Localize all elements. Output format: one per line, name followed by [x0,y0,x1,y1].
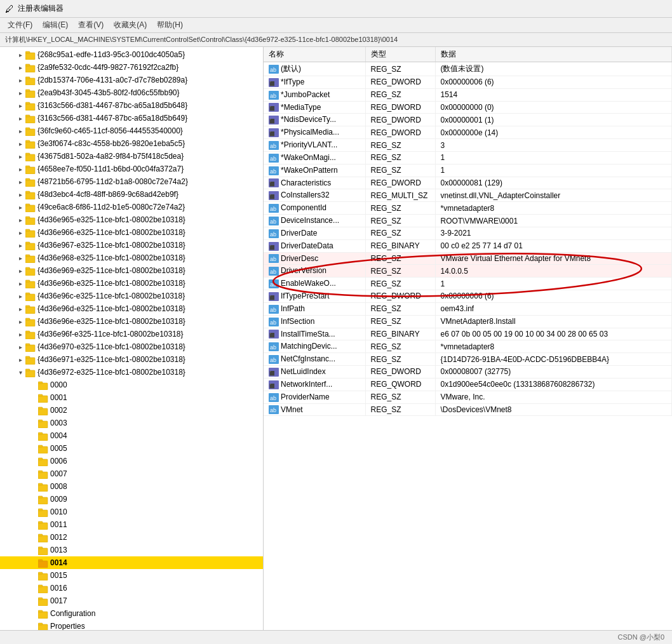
tree-item-label: {3163c566-d381-4467-87bc-a65a18d5b648} [37,101,187,110]
table-row[interactable]: ⬛ *PhysicalMedia...REG_DWORD0x0000000e (… [264,126,672,139]
table-row[interactable]: ab *PriorityVLANT...REG_SZ3 [264,139,672,152]
table-row[interactable]: ⬛ *MediaTypeREG_DWORD0x00000000 (0) [264,101,672,114]
tree-arrow: ▸ [15,305,25,312]
reg-entry-data: *vmnetadapter8 [435,340,672,353]
table-row[interactable]: ab ComponentIdREG_SZ*vmnetadapter8 [264,202,672,215]
tree-item-item21[interactable]: ▸ {4d36e96d-e325-11ce-bfc1-08002be10318} [0,302,263,315]
tree-item-item16[interactable]: ▸ {4d36e967-e325-11ce-bfc1-08002be10318} [0,239,263,252]
reg-entry-name: ab DeviceInstance... [264,215,365,227]
table-row[interactable]: ⬛ IfTypePreStartREG_DWORD0x00000006 (6) [264,290,672,303]
tree-item-item_0011[interactable]: 0011 [0,518,263,531]
tree-panel[interactable]: ▸ {268c95a1-edfe-11d3-95c3-0010dc4050a5}… [0,47,264,644]
tree-item-label: {4d36e966-e325-11ce-bfc1-08002be10318} [37,228,185,237]
folder-icon [25,215,36,225]
table-row[interactable]: ab *WakeOnPatternREG_SZ1 [264,164,672,177]
tree-item-item_Configuration[interactable]: Configuration [0,607,263,620]
tree-item-item_0010[interactable]: 0010 [0,506,263,518]
tree-item-item18[interactable]: ▸ {4d36e969-e325-11ce-bfc1-08002be10318} [0,264,263,277]
tree-item-item_0013[interactable]: 0013 [0,544,263,556]
table-row[interactable]: ⬛ NetLuidIndexREG_DWORD0x00008007 (32775… [264,366,672,379]
tree-item-item_0000[interactable]: 0000 [0,379,263,391]
svg-rect-87 [38,598,43,600]
tree-item-item8[interactable]: ▸ {3e3f0674-c83c-4558-bb26-9820e1eba5c5} [0,137,263,150]
table-row[interactable]: ab DriverDateREG_SZ3-9-2021 [264,227,672,239]
tree-item-item_0008[interactable]: 0008 [0,480,263,493]
table-row[interactable]: ab *WakeOnMagi...REG_SZ1 [264,151,672,164]
reg-entry-type: REG_SZ [365,403,435,416]
table-row[interactable]: ab DeviceInstance...REG_SZROOT\VMWARE\00… [264,215,672,227]
tree-item-label: {4d36e968-e325-11ce-bfc1-08002be10318} [37,253,185,262]
reg-entry-data: 1514 [435,88,672,101]
table-row[interactable]: ⬛ CoInstallers32REG_MULTI_SZvnetinst.dll… [264,189,672,202]
tree-arrow: ▸ [15,166,25,173]
tree-item-item7[interactable]: ▸ {36fc9e60-c465-11cf-8056-444553540000} [0,124,263,137]
tree-item-item4[interactable]: ▸ {2ea9b43f-3045-43b5-80f2-fd06c55fbb90} [0,86,263,99]
tree-item-item11[interactable]: ▸ {48721b56-6795-11d2-b1a8-0080c72e74a2} [0,175,263,188]
table-row[interactable]: ab InfPathREG_SZoem43.inf [264,302,672,315]
reg-entry-type: REG_SZ [365,62,435,76]
reg-entry-type: REG_SZ [365,164,435,177]
tree-item-item_0017[interactable]: 0017 [0,594,263,607]
tree-item-item14[interactable]: ▸ {4d36e965-e325-11ce-bfc1-08002be10318} [0,213,263,226]
svg-rect-82 [38,574,48,580]
tree-item-item24[interactable]: ▸ {4d36e970-e325-11ce-bfc1-08002be10318} [0,340,263,353]
tree-item-item17[interactable]: ▸ {4d36e968-e325-11ce-bfc1-08002be10318} [0,252,263,264]
reg-name-text: *PhysicalMedia... [281,128,339,137]
tree-item-item_0012[interactable]: 0012 [0,531,263,544]
tree-item-item3[interactable]: ▸ {2db15374-706e-4131-a0c7-d7c78eb0289a} [0,74,263,86]
table-row[interactable]: ab NetCfgInstanc...REG_SZ{1D14D726-91BA-… [264,353,672,366]
table-row[interactable]: ab DriverDescREG_SZVMware Virtual Ethern… [264,252,672,265]
tree-item-item1[interactable]: ▸ {268c95a1-edfe-11d3-95c3-0010dc4050a5} [0,48,263,61]
table-row[interactable]: ⬛ *NdisDeviceTy...REG_DWORD0x00000001 (1… [264,114,672,126]
table-row[interactable]: ab InfSectionREG_SZVMnetAdapter8.Install [264,315,672,328]
tree-item-item13[interactable]: ▸ {49ce6ac8-6f86-11d2-b1e5-0080c72e74a2} [0,201,263,213]
menu-file[interactable]: 文件(F) [3,18,37,32]
table-row[interactable]: ⬛ DriverDateDataREG_BINARY00 c0 e2 25 77… [264,239,672,252]
tree-item-item19[interactable]: ▸ {4d36e96b-e325-11ce-bfc1-08002be10318} [0,277,263,290]
menu-view[interactable]: 查看(V) [73,18,109,32]
tree-item-item_0007[interactable]: 0007 [0,467,263,480]
tree-item-item_0014[interactable]: 0014 [0,556,263,569]
table-row[interactable]: ⬛ NetworkInterf...REG_QWORD0x1d900ee54c0… [264,378,672,391]
tree-item-item12[interactable]: ▸ {48d3ebc4-4cf8-48ff-b869-9c68ad42eb9f} [0,188,263,201]
tree-item-item20[interactable]: ▸ {4d36e96c-e325-11ce-bfc1-08002be10318} [0,290,263,302]
tree-item-item_0005[interactable]: 0005 [0,442,263,455]
reg-entry-name: ab ProviderName [264,391,365,403]
table-row[interactable]: ab ProviderNameREG_SZVMware, Inc. [264,391,672,403]
tree-item-item_0001[interactable]: 0001 [0,391,263,404]
tree-item-item2[interactable]: ▸ {2a9fe532-0cdc-44f9-9827-76192f2ca2fb} [0,61,263,74]
tree-item-item_0002[interactable]: 0002 [0,404,263,417]
menu-edit[interactable]: 编辑(E) [37,18,73,32]
reg-entry-data: *vmnetadapter8 [435,202,672,215]
tree-item-item23[interactable]: ▸ {4d36e96f-e325-11ce-bfc1-08002be10318} [0,328,263,340]
tree-item-item_0003[interactable]: 0003 [0,417,263,429]
table-row[interactable]: ab VMnetREG_SZ\DosDevices\VMnet8 [264,403,672,416]
tree-item-item26[interactable]: ▾ {4d36e972-e325-11ce-bfc1-08002be10318} [0,366,263,379]
table-row[interactable]: ab DriverVersionREG_SZ14.0.0.5 [264,265,672,278]
reg-entry-type: REG_DWORD [365,76,435,89]
tree-item-item6[interactable]: ▸ {3163c566-d381-4467-87bc-a65a18d5b649} [0,112,263,124]
tree-item-item15[interactable]: ▸ {4d36e966-e325-11ce-bfc1-08002be10318} [0,226,263,239]
reg-entry-data: e6 07 0b 00 05 00 19 00 10 00 34 00 28 0… [435,328,672,340]
table-row[interactable]: ab MatchingDevic...REG_SZ*vmnetadapter8 [264,340,672,353]
tree-item-item_0004[interactable]: 0004 [0,429,263,442]
tree-item-item_0009[interactable]: 0009 [0,493,263,506]
tree-item-item_0006[interactable]: 0006 [0,455,263,467]
table-row[interactable]: ab EnableWakeO...REG_SZ1 [264,278,672,290]
tree-item-item10[interactable]: ▸ {4658ee7e-f050-11d1-b6bd-00c04fa372a7} [0,163,263,175]
detail-panel[interactable]: 名称 类型 数据 ab (默认)REG_SZ(数值未设置) ⬛ *IfTypeR… [264,47,672,644]
menu-help[interactable]: 帮助(H) [152,18,188,32]
tree-item-item_0016[interactable]: 0016 [0,582,263,594]
table-row[interactable]: ⬛ CharacteristicsREG_DWORD0x00000081 (12… [264,177,672,189]
folder-icon [25,253,36,263]
table-row[interactable]: ⬛ InstallTimeSta...REG_BINARYe6 07 0b 00… [264,328,672,340]
tree-item-item22[interactable]: ▸ {4d36e96e-e325-11ce-bfc1-08002be10318} [0,315,263,328]
table-row[interactable]: ab *JumboPacketREG_SZ1514 [264,88,672,101]
tree-item-item_0015[interactable]: 0015 [0,569,263,582]
table-row[interactable]: ab (默认)REG_SZ(数值未设置) [264,62,672,76]
menu-favorites[interactable]: 收藏夹(A) [109,18,152,32]
table-row[interactable]: ⬛ *IfTypeREG_DWORD0x00000006 (6) [264,76,672,89]
tree-item-item25[interactable]: ▸ {4d36e971-e325-11ce-bfc1-08002be10318} [0,353,263,366]
tree-item-item5[interactable]: ▸ {3163c566-d381-4467-87bc-a65a18d5b648} [0,99,263,112]
tree-item-item9[interactable]: ▸ {43675d81-502a-4a82-9f84-b75f418c5dea} [0,150,263,163]
